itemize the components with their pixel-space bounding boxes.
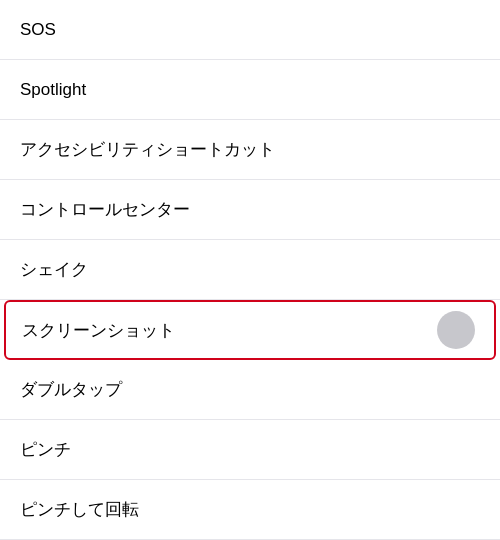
list-item-pinch-rotate[interactable]: ピンチして回転	[0, 480, 500, 540]
list-item-accessibility-shortcut[interactable]: アクセシビリティショートカット	[0, 120, 500, 180]
item-label-sos: SOS	[20, 20, 56, 40]
item-label-accessibility-shortcut: アクセシビリティショートカット	[20, 138, 275, 161]
item-label-pinch: ピンチ	[20, 438, 71, 461]
list-item-shake[interactable]: シェイク	[0, 240, 500, 300]
list-item-double-tap[interactable]: ダブルタップ	[0, 360, 500, 420]
toggle-circle-screenshot	[437, 311, 475, 349]
item-label-control-center: コントロールセンター	[20, 198, 190, 221]
list-item-control-center[interactable]: コントロールセンター	[0, 180, 500, 240]
list-item-screenshot[interactable]: スクリーンショット	[4, 300, 496, 360]
item-label-screenshot: スクリーンショット	[22, 319, 175, 342]
item-label-pinch-rotate: ピンチして回転	[20, 498, 139, 521]
list-item-pinch[interactable]: ピンチ	[0, 420, 500, 480]
toggle-screenshot[interactable]	[434, 308, 478, 352]
settings-list: SOSSpotlightアクセシビリティショートカットコントロールセンターシェイ…	[0, 0, 500, 540]
item-label-shake: シェイク	[20, 258, 88, 281]
list-item-spotlight[interactable]: Spotlight	[0, 60, 500, 120]
item-label-spotlight: Spotlight	[20, 80, 86, 100]
list-item-sos[interactable]: SOS	[0, 0, 500, 60]
item-label-double-tap: ダブルタップ	[20, 378, 122, 401]
